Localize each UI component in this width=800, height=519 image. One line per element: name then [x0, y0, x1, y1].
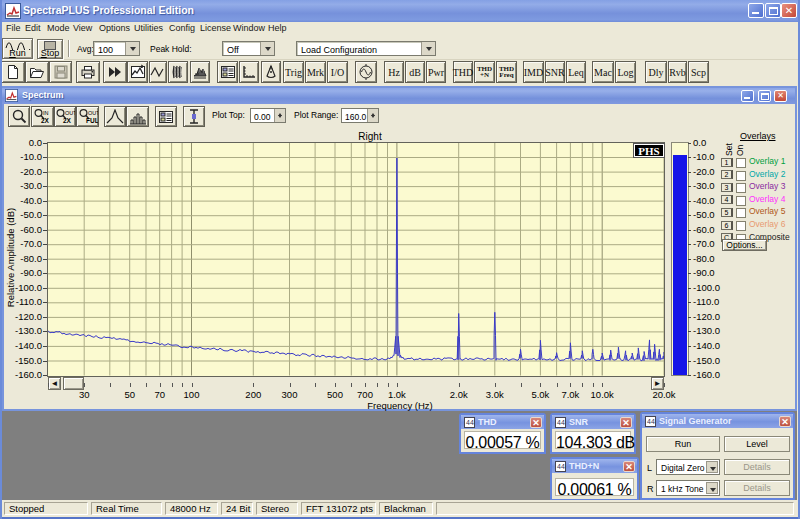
svg-text:OUT: OUT — [88, 110, 98, 116]
svg-text:IN: IN — [43, 110, 49, 116]
svg-text:2X: 2X — [63, 117, 72, 124]
svg-text:OUT: OUT — [65, 110, 75, 116]
svg-text:FULL: FULL — [86, 117, 98, 124]
svg-text:2X: 2X — [41, 117, 50, 124]
